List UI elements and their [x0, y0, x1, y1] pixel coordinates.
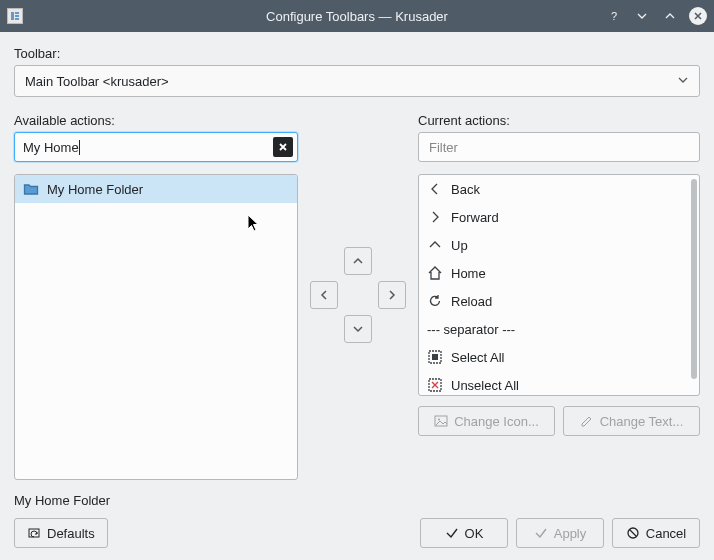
scrollbar[interactable] — [691, 179, 697, 379]
list-item-label: Select All — [451, 350, 504, 365]
list-item[interactable]: Forward — [419, 203, 699, 231]
text-caret — [79, 139, 80, 155]
check-icon — [445, 526, 459, 540]
change-icon-label: Change Icon... — [454, 414, 539, 429]
change-icon-button[interactable]: Change Icon... — [418, 406, 555, 436]
status-text: My Home Folder — [14, 493, 110, 508]
available-filter-value: My Home — [23, 140, 79, 155]
toolbar-select[interactable]: Main Toolbar <krusader> — [14, 65, 700, 97]
list-item-label: Back — [451, 182, 480, 197]
cancel-label: Cancel — [646, 526, 686, 541]
svg-rect-1 — [15, 12, 19, 14]
restore-defaults-icon — [27, 526, 41, 540]
move-down-button[interactable] — [344, 315, 372, 343]
forward-icon — [427, 209, 443, 225]
select-all-icon — [427, 349, 443, 365]
available-actions-list[interactable]: My Home Folder — [14, 174, 298, 480]
separator-item[interactable]: --- separator --- — [419, 315, 699, 343]
status-line: My Home Folder — [14, 490, 700, 510]
list-item[interactable]: Select All — [419, 343, 699, 371]
app-icon — [7, 8, 23, 24]
cancel-icon — [626, 526, 640, 540]
cancel-button[interactable]: Cancel — [612, 518, 700, 548]
current-actions-list[interactable]: BackForwardUpHomeReload--- separator ---… — [418, 174, 700, 396]
svg-text:?: ? — [611, 10, 617, 22]
list-item-label: Home — [451, 266, 486, 281]
maximize-button[interactable] — [661, 7, 679, 25]
change-text-label: Change Text... — [600, 414, 684, 429]
list-item[interactable]: Back — [419, 175, 699, 203]
list-item-label: My Home Folder — [47, 182, 143, 197]
change-text-button[interactable]: Change Text... — [563, 406, 700, 436]
svg-rect-0 — [11, 12, 14, 20]
back-icon — [427, 181, 443, 197]
current-filter-input[interactable] — [427, 139, 691, 156]
list-item[interactable]: Unselect All — [419, 371, 699, 396]
list-item-label: Forward — [451, 210, 499, 225]
list-item-label: Up — [451, 238, 468, 253]
folder-icon — [23, 181, 39, 197]
list-item[interactable]: My Home Folder — [15, 175, 297, 203]
minimize-button[interactable] — [633, 7, 651, 25]
list-item-label: Unselect All — [451, 378, 519, 393]
available-filter[interactable]: My Home — [14, 132, 298, 162]
current-actions-label: Current actions: — [418, 113, 700, 128]
current-filter[interactable] — [418, 132, 700, 162]
check-icon — [534, 526, 548, 540]
move-right-button[interactable] — [378, 281, 406, 309]
svg-point-9 — [438, 419, 440, 421]
svg-rect-3 — [15, 18, 19, 20]
image-icon — [434, 414, 448, 428]
clear-filter-button[interactable] — [273, 137, 293, 157]
apply-label: Apply — [554, 526, 587, 541]
chevron-down-icon — [677, 74, 689, 89]
defaults-button[interactable]: Defaults — [14, 518, 108, 548]
toolbar-label: Toolbar: — [14, 46, 700, 61]
list-item[interactable]: Reload — [419, 287, 699, 315]
defaults-label: Defaults — [47, 526, 95, 541]
move-left-button[interactable] — [310, 281, 338, 309]
toolbar-select-value: Main Toolbar <krusader> — [25, 74, 169, 89]
help-button[interactable]: ? — [605, 7, 623, 25]
move-buttons — [310, 247, 406, 343]
list-item-label: Reload — [451, 294, 492, 309]
apply-button[interactable]: Apply — [516, 518, 604, 548]
pencil-icon — [580, 414, 594, 428]
ok-label: OK — [465, 526, 484, 541]
svg-rect-2 — [15, 15, 19, 17]
list-item[interactable]: Home — [419, 259, 699, 287]
reload-icon — [427, 293, 443, 309]
close-button[interactable] — [689, 7, 707, 25]
svg-rect-6 — [432, 354, 438, 360]
up-icon — [427, 237, 443, 253]
list-item[interactable]: Up — [419, 231, 699, 259]
ok-button[interactable]: OK — [420, 518, 508, 548]
move-up-button[interactable] — [344, 247, 372, 275]
available-actions-label: Available actions: — [14, 113, 298, 128]
titlebar: Configure Toolbars — Krusader ? — [0, 0, 714, 32]
home-icon — [427, 265, 443, 281]
unselect-all-icon — [427, 377, 443, 393]
